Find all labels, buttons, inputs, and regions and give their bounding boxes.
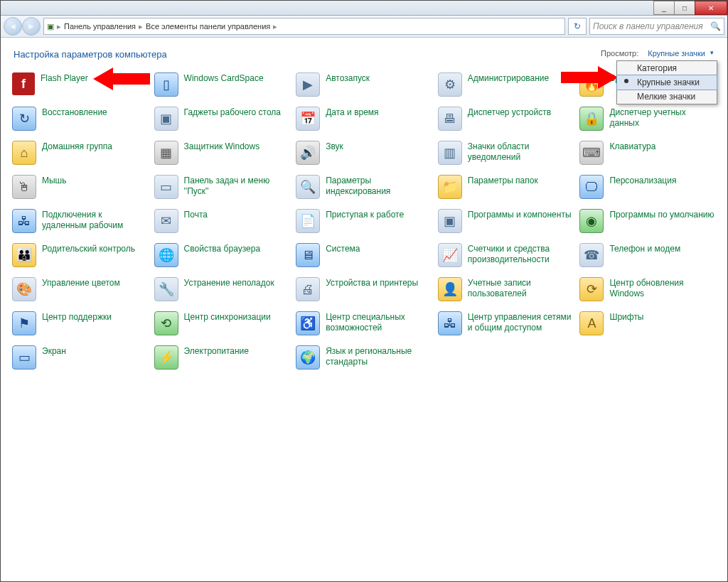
control-panel-item[interactable]: fFlash Player	[12, 72, 149, 97]
item-icon: 🔥	[579, 72, 604, 97]
item-icon: 🖱	[12, 175, 36, 199]
control-panel-item[interactable]: ▦Защитник Windows	[154, 141, 291, 165]
control-panel-item[interactable]: ⚙Администрирование	[438, 72, 574, 97]
item-label: Мышь	[42, 175, 67, 186]
view-dropdown-menu: Категория Крупные значки Мелкие значки	[616, 60, 717, 104]
item-icon: 🔒	[579, 107, 604, 131]
item-label: Счетчики и средства производительности	[468, 243, 574, 265]
item-icon: 🖵	[579, 175, 604, 199]
control-panel-item[interactable]: 🎨Управление цветом	[12, 277, 149, 301]
item-label: Восстановление	[42, 107, 107, 118]
item-label: Диспетчер устройств	[468, 107, 551, 118]
control-panel-item[interactable]: ◉Программы по умолчанию	[579, 209, 716, 233]
item-icon: 📄	[296, 209, 320, 233]
item-label: Панель задач и меню ''Пуск''	[184, 175, 291, 197]
back-button[interactable]: ◄	[4, 17, 22, 36]
control-panel-item[interactable]: ⚑Центр поддержки	[12, 311, 149, 335]
item-icon: ⚙	[438, 72, 462, 97]
navbar: ◄ ► ▣ ▸ Панель управления ▸ Все элементы…	[1, 16, 727, 38]
close-button[interactable]: ✕	[695, 1, 727, 15]
control-panel-item[interactable]: 👤Учетные записи пользователей	[438, 277, 574, 301]
item-icon: ↻	[12, 107, 36, 131]
control-panel-item[interactable]: ⌨Клавиатура	[579, 141, 716, 165]
item-icon: A	[579, 311, 604, 335]
control-panel-item[interactable]: ☎Телефон и модем	[579, 243, 716, 267]
item-label: Свойства браузера	[184, 243, 261, 254]
control-panel-item[interactable]: 🔧Устранение неполадок	[154, 277, 291, 301]
breadcrumb-item[interactable]: Все элементы панели управления	[146, 22, 270, 31]
breadcrumb-item[interactable]: Панель управления	[64, 22, 136, 31]
item-label: Центр поддержки	[42, 311, 112, 323]
control-panel-item[interactable]: 🖥Система	[296, 243, 432, 267]
control-panel-item[interactable]: ⌂Домашняя группа	[12, 141, 149, 165]
item-icon: ⌨	[579, 141, 604, 165]
item-label: Клавиатура	[609, 141, 655, 152]
breadcrumb[interactable]: ▣ ▸ Панель управления ▸ Все элементы пан…	[43, 18, 565, 35]
control-panel-item[interactable]: ↻Восстановление	[12, 107, 149, 131]
control-panel-item[interactable]: 📄Приступая к работе	[296, 209, 432, 233]
item-icon: 🌐	[154, 243, 178, 267]
control-panel-item[interactable]: 📁Параметры папок	[438, 175, 574, 199]
control-panel-item[interactable]: 🖶Диспетчер устройств	[438, 107, 574, 131]
control-panel-item[interactable]: ▭Экран	[12, 345, 149, 370]
control-panel-item[interactable]: ▥Значки области уведомлений	[438, 141, 574, 165]
control-panel-item[interactable]: ⚡Электропитание	[154, 345, 291, 370]
control-panel-item[interactable]: ▭Панель задач и меню ''Пуск''	[154, 175, 291, 199]
control-panel-item[interactable]: 🔍Параметры индексирования	[296, 175, 432, 199]
item-icon: ▥	[438, 141, 462, 165]
item-icon: ⚡	[154, 345, 178, 370]
control-panel-item[interactable]: 🖨Устройства и принтеры	[296, 277, 432, 301]
minimize-button[interactable]: _	[653, 1, 675, 15]
forward-button[interactable]: ►	[22, 17, 41, 36]
dropdown-item-large-icons[interactable]: Крупные значки	[616, 75, 717, 90]
item-label: Устройства и принтеры	[326, 277, 418, 289]
control-panel-item[interactable]: ♿Центр специальных возможностей	[296, 311, 432, 335]
refresh-button[interactable]: ↻	[568, 18, 587, 35]
item-label: Параметры индексирования	[326, 175, 432, 197]
control-panel-item[interactable]: ⟳Центр обновления Windows	[579, 277, 716, 301]
dropdown-item-category[interactable]: Категория	[617, 61, 717, 75]
control-panel-item[interactable]: ▣Программы и компоненты	[438, 209, 574, 233]
item-icon: ⟲	[154, 311, 178, 335]
control-panel-item[interactable]: ▯Windows CardSpace	[154, 72, 291, 97]
item-icon: f	[12, 72, 35, 95]
control-panel-item[interactable]: 🌐Свойства браузера	[154, 243, 291, 267]
item-icon: ✉	[154, 209, 178, 233]
chevron-right-icon: ▸	[57, 22, 61, 31]
control-panel-item[interactable]: 🖧Подключения к удаленным рабочим	[12, 209, 149, 233]
item-label: Учетные записи пользователей	[468, 277, 574, 299]
item-icon: ▦	[154, 141, 178, 165]
dropdown-item-label: Крупные значки	[637, 77, 700, 87]
item-label: Центр синхронизации	[184, 311, 271, 323]
control-panel-item[interactable]: 🖧Центр управления сетями и общим доступо…	[438, 311, 574, 335]
control-panel-item[interactable]: ▶Автозапуск	[296, 72, 432, 97]
search-icon: 🔍	[710, 21, 721, 31]
control-panel-item[interactable]: 🔒Диспетчер учетных данных	[579, 107, 716, 131]
control-panel-item[interactable]: 🔊Звук	[296, 141, 432, 165]
item-icon: ▯	[154, 72, 178, 97]
control-panel-item[interactable]: ▣Гаджеты рабочего стола	[154, 107, 291, 131]
control-panel-item[interactable]: 🖵Персонализация	[579, 175, 716, 199]
item-label: Администрирование	[468, 72, 549, 84]
search-input[interactable]: Поиск в панели управления 🔍	[589, 18, 724, 35]
control-panel-item[interactable]: ✉Почта	[154, 209, 291, 233]
item-icon: ☎	[579, 243, 604, 267]
item-label: Программы по умолчанию	[609, 209, 714, 220]
control-panel-item[interactable]: 📅Дата и время	[296, 107, 432, 131]
control-panel-item[interactable]: AШрифты	[579, 311, 716, 335]
item-icon: 🔊	[296, 141, 320, 165]
item-label: Центр обновления Windows	[609, 277, 716, 299]
item-label: Система	[326, 243, 360, 254]
maximize-button[interactable]: □	[674, 1, 695, 15]
view-dropdown-trigger[interactable]: Крупные значки	[643, 48, 716, 59]
item-label: Экран	[42, 345, 66, 357]
control-panel-item[interactable]: 🌍Язык и региональные стандарты	[296, 345, 432, 370]
dropdown-item-small-icons[interactable]: Мелкие значки	[617, 90, 717, 104]
control-panel-item[interactable]: 👪Родительский контроль	[12, 243, 149, 267]
item-label: Домашняя группа	[42, 141, 112, 152]
control-panel-item[interactable]: 📈Счетчики и средства производительности	[438, 243, 574, 267]
item-label: Центр специальных возможностей	[326, 311, 432, 333]
item-label: Родительский контроль	[42, 243, 135, 254]
control-panel-item[interactable]: ⟲Центр синхронизации	[154, 311, 291, 335]
control-panel-item[interactable]: 🖱Мышь	[12, 175, 149, 199]
